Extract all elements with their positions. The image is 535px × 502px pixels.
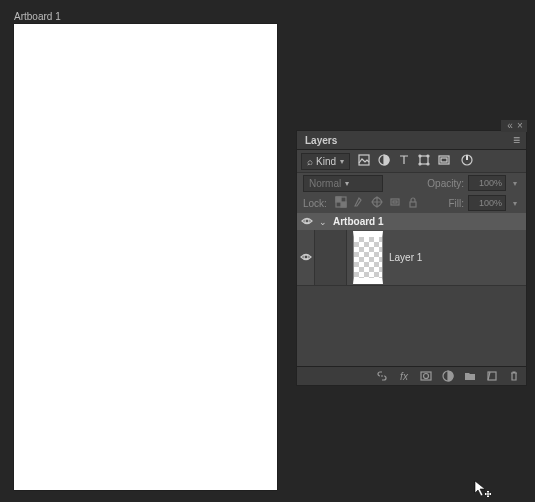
fill-flyout-icon[interactable]: ▾ [510,199,520,208]
layer-thumbnail[interactable] [353,231,383,284]
lock-all-icon[interactable] [407,196,419,210]
svg-rect-13 [341,202,346,207]
panel-title: Layers [305,135,337,146]
filter-image-icon[interactable] [358,154,370,168]
filter-adjust-icon[interactable] [378,154,390,168]
opacity-flyout-icon[interactable]: ▾ [510,179,520,188]
svg-point-17 [305,219,309,223]
svg-rect-15 [393,201,397,203]
layer-tree: ⌄ Artboard 1 Layer 1 [297,213,526,286]
blend-mode-select[interactable]: Normal [303,175,383,192]
layer-name[interactable]: Layer 1 [389,252,422,263]
lock-pixels-icon[interactable] [353,196,365,210]
fill-input[interactable]: 100% [468,195,506,211]
svg-rect-9 [466,155,468,160]
svg-rect-2 [420,156,428,164]
lock-artboard-icon[interactable] [389,196,401,210]
lock-position-icon[interactable] [371,196,383,210]
layer-indent [315,230,347,285]
new-layer-icon[interactable] [486,370,498,382]
filter-kind-select[interactable]: ⌕ Kind [301,153,350,170]
layer-tree-empty-area[interactable] [297,286,526,366]
filter-type-icon[interactable] [398,154,410,168]
lock-transparent-icon[interactable] [335,196,347,210]
new-group-icon[interactable] [464,370,476,382]
lock-label: Lock: [303,198,327,209]
artboard-row[interactable]: ⌄ Artboard 1 [297,213,526,230]
svg-rect-14 [391,199,399,205]
layer-fx-icon[interactable]: fx [398,370,410,382]
artboard-name[interactable]: Artboard 1 [333,216,384,227]
filter-row: ⌕ Kind [297,150,526,173]
svg-point-20 [424,374,429,379]
panel-window-controls: « × [501,120,527,132]
link-layers-icon[interactable] [376,370,388,382]
fill-label: Fill: [448,198,464,209]
svg-rect-16 [410,202,416,207]
artboard-canvas[interactable] [14,24,277,490]
filter-toggle-icon[interactable] [461,154,473,168]
filter-type-icons [358,154,473,168]
opacity-input[interactable]: 100% [468,175,506,191]
svg-point-18 [304,255,308,259]
visibility-eye-icon[interactable] [301,215,313,229]
blend-row: Normal Opacity: 100% ▾ [297,173,526,193]
artboard-label: Artboard 1 [14,11,61,22]
move-cursor-icon [474,480,492,502]
collapse-icon[interactable]: « [505,121,515,131]
lock-row: Lock: Fill: 100% ▾ [297,193,526,213]
svg-rect-8 [441,158,447,162]
panel-menu-icon[interactable]: ≡ [513,133,520,147]
add-mask-icon[interactable] [420,370,432,382]
filter-smart-icon[interactable] [438,154,450,168]
layer-row[interactable]: Layer 1 [297,230,526,286]
panel-titlebar[interactable]: Layers ≡ [297,131,526,150]
svg-rect-12 [336,197,341,202]
filter-shape-icon[interactable] [418,154,430,168]
new-adjustment-icon[interactable] [442,370,454,382]
panel-footer: fx [297,366,526,385]
opacity-label: Opacity: [427,178,464,189]
close-icon[interactable]: × [515,121,525,131]
delete-layer-icon[interactable] [508,370,520,382]
layers-panel: « × Layers ≡ ⌕ Kind Normal Opacity: 100%… [296,130,527,386]
disclosure-down-icon[interactable]: ⌄ [319,217,327,227]
visibility-eye-icon[interactable] [300,251,312,265]
